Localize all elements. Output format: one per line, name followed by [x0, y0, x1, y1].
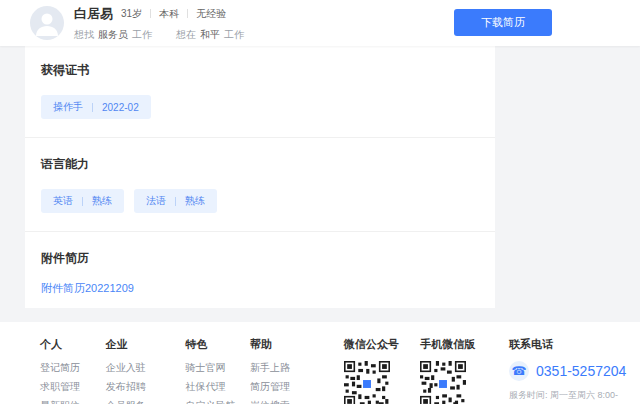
- phone-icon: ☎: [509, 361, 529, 381]
- certificates-section-title: 获得证书: [41, 62, 479, 79]
- footer-link[interactable]: 岗位搜索: [250, 399, 344, 404]
- mobile-wechat-qrcode-icon: [420, 361, 466, 404]
- footer-column-enterprise: 企业 企业入驻 发布招聘 会员服务 招聘管理: [106, 337, 186, 404]
- footer-link[interactable]: 骑士官网: [185, 361, 250, 375]
- contact-extra: 服务时间: 周一至周六 8:00-17:30 客服QQ: 00000000: [509, 388, 640, 404]
- contact-title: 联系电话: [509, 337, 640, 352]
- name-row: 白居易 31岁 本科 无经验: [74, 5, 244, 23]
- candidate-age: 31岁: [121, 7, 142, 21]
- footer-link[interactable]: 新手上路: [250, 361, 344, 375]
- languages-tag-row: 英语 熟练 法语 熟练: [41, 189, 479, 213]
- certificate-date: 2022-02: [102, 102, 139, 113]
- main-area: 获得证书 操作手 2022-02 语言能力 英语 熟练 法语 熟练: [0, 46, 640, 308]
- intent-job-value: 服务员: [98, 29, 128, 40]
- footer-link[interactable]: 最新职位: [40, 399, 106, 404]
- footer-column-title: 个人: [40, 337, 106, 352]
- footer-column-personal: 个人 登记简历 求职管理 最新职位 企业信息: [40, 337, 106, 404]
- footer-link[interactable]: 发布招聘: [106, 380, 186, 394]
- download-resume-button[interactable]: 下载简历: [454, 9, 552, 36]
- intent-job: 想找服务员工作: [74, 28, 152, 42]
- tag-divider: [92, 103, 93, 112]
- candidate-experience: 无经验: [196, 7, 226, 21]
- footer-link[interactable]: 求职管理: [40, 380, 106, 394]
- divider: [150, 9, 151, 18]
- candidate-education: 本科: [159, 7, 179, 21]
- footer-link[interactable]: 简历管理: [250, 380, 344, 394]
- footer-column-help: 帮助 新手上路 简历管理 岗位搜索 增值服务: [250, 337, 344, 404]
- footer-column-title: 帮助: [250, 337, 344, 352]
- section-divider: [25, 137, 495, 138]
- footer-column-title: 企业: [106, 337, 186, 352]
- language-tag: 英语 熟练: [41, 189, 124, 213]
- tag-divider: [175, 197, 176, 206]
- resume-detail-card: 获得证书 操作手 2022-02 语言能力 英语 熟练 法语 熟练: [25, 46, 495, 308]
- footer-column-features: 特色 骑士官网 社保代理 自定义导航: [185, 337, 250, 404]
- attachment-section-title: 附件简历: [41, 250, 479, 267]
- contact-column: 联系电话 ☎ 0351-5257204 服务时间: 周一至周六 8:00-17:…: [509, 337, 640, 404]
- contact-phone-number: 0351-5257204: [536, 363, 626, 379]
- footer-link[interactable]: 会员服务: [106, 399, 186, 404]
- intent-row: 想找服务员工作 想在和平工作: [74, 28, 244, 42]
- certificates-tag-row: 操作手 2022-02: [41, 95, 479, 119]
- language-name: 法语: [146, 194, 166, 208]
- language-level: 熟练: [92, 194, 112, 208]
- site-footer: 个人 登记简历 求职管理 最新职位 企业信息 企业 企业入驻 发布招聘 会员服务…: [0, 322, 640, 404]
- footer-link[interactable]: 登记简历: [40, 361, 106, 375]
- qr-title: 手机微信版: [420, 337, 497, 352]
- language-level: 熟练: [185, 194, 205, 208]
- footer-link[interactable]: 企业入驻: [106, 361, 186, 375]
- candidate-name: 白居易: [74, 5, 113, 23]
- footer-link[interactable]: 自定义导航: [185, 399, 250, 404]
- languages-section-title: 语言能力: [41, 156, 479, 173]
- language-name: 英语: [53, 194, 73, 208]
- qr-title: 微信公众号: [344, 337, 421, 352]
- language-tag: 法语 熟练: [134, 189, 217, 213]
- attachment-resume-link[interactable]: 附件简历20221209: [41, 281, 134, 296]
- intent-location: 想在和平工作: [176, 28, 244, 42]
- certificate-tag: 操作手 2022-02: [41, 95, 151, 119]
- tag-divider: [82, 197, 83, 206]
- section-divider: [25, 231, 495, 232]
- mobile-wechat-column: 手机微信版: [420, 337, 497, 404]
- header-info: 白居易 31岁 本科 无经验 想找服务员工作 想在和平工作: [74, 5, 244, 42]
- service-time: 服务时间: 周一至周六 8:00-17:30: [509, 388, 640, 404]
- intent-location-label: 想在: [176, 29, 196, 40]
- intent-job-label: 想找: [74, 29, 94, 40]
- resume-header: 白居易 31岁 本科 无经验 想找服务员工作 想在和平工作 下载简历: [0, 0, 640, 46]
- certificate-name: 操作手: [53, 100, 83, 114]
- footer-column-title: 特色: [185, 337, 250, 352]
- person-icon: [30, 6, 64, 40]
- intent-job-suffix: 工作: [132, 29, 152, 40]
- avatar: [30, 6, 64, 40]
- intent-location-suffix: 工作: [224, 29, 244, 40]
- footer-link[interactable]: 社保代理: [185, 380, 250, 394]
- wechat-official-qrcode-icon: [344, 361, 390, 404]
- wechat-official-column: 微信公众号: [344, 337, 421, 404]
- divider: [187, 9, 188, 18]
- phone-row: ☎ 0351-5257204: [509, 361, 640, 381]
- intent-location-value: 和平: [200, 29, 220, 40]
